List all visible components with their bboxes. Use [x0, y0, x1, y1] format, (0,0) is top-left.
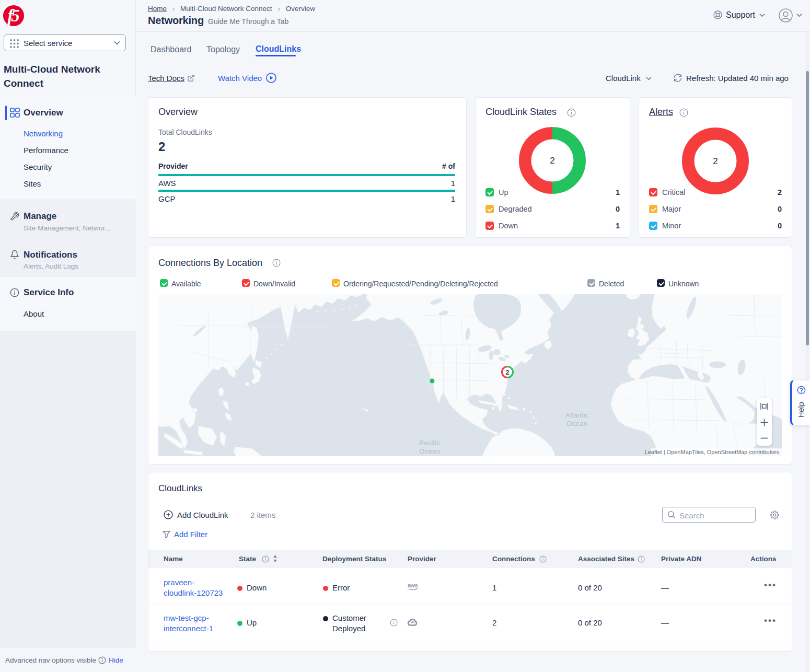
svg-text:2: 2 — [713, 156, 718, 166]
svg-text:2: 2 — [506, 369, 510, 376]
svg-text:2: 2 — [550, 156, 554, 166]
svg-text:Pacific: Pacific — [419, 439, 440, 447]
svg-text:aws: aws — [408, 582, 418, 588]
svg-text:Ocean: Ocean — [419, 447, 440, 455]
svg-text:Leaflet | OpenMapTiles, OpenSt: Leaflet | OpenMapTiles, OpenStreetMap co… — [645, 449, 780, 455]
svg-text:Atlantic: Atlantic — [565, 411, 589, 419]
svg-text:Ocean: Ocean — [566, 420, 587, 427]
